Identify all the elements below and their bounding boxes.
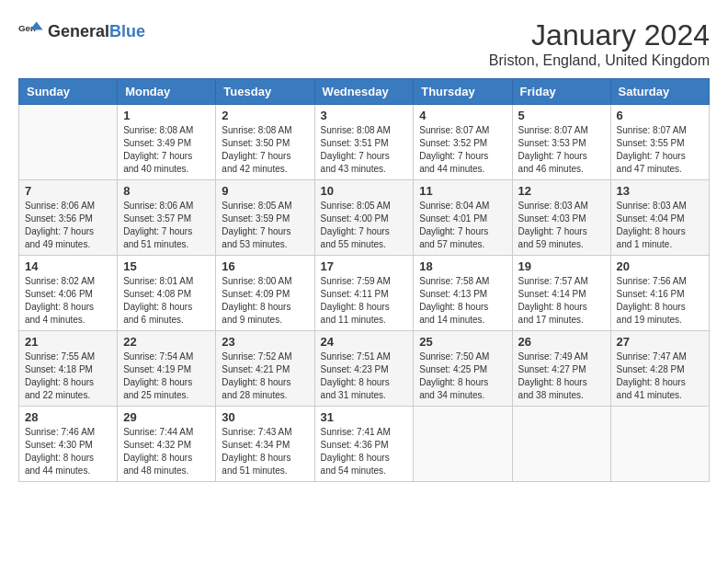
day-number: 2 [222, 109, 308, 122]
day-info: Sunrise: 8:06 AM Sunset: 3:56 PM Dayligh… [25, 200, 111, 251]
calendar-cell: 25Sunrise: 7:50 AM Sunset: 4:25 PM Dayli… [414, 331, 512, 407]
calendar-cell: 13Sunrise: 8:03 AM Sunset: 4:04 PM Dayli… [610, 180, 709, 256]
calendar-cell: 1Sunrise: 8:08 AM Sunset: 3:49 PM Daylig… [118, 105, 216, 180]
day-number: 6 [617, 109, 703, 122]
day-number: 8 [123, 184, 210, 198]
calendar-header-row: SundayMondayTuesdayWednesdayThursdayFrid… [19, 79, 710, 105]
day-number: 4 [419, 109, 506, 122]
day-info: Sunrise: 8:08 AM Sunset: 3:49 PM Dayligh… [123, 124, 210, 176]
day-info: Sunrise: 7:56 AM Sunset: 4:16 PM Dayligh… [617, 275, 703, 327]
calendar-cell: 12Sunrise: 8:03 AM Sunset: 4:03 PM Dayli… [512, 180, 610, 256]
location: Briston, England, United Kingdom [489, 52, 710, 69]
day-info: Sunrise: 7:58 AM Sunset: 4:13 PM Dayligh… [419, 275, 506, 327]
day-number: 9 [222, 184, 308, 198]
day-info: Sunrise: 8:07 AM Sunset: 3:52 PM Dayligh… [419, 124, 506, 176]
day-number: 20 [617, 259, 703, 273]
day-number: 5 [518, 109, 605, 122]
title-section: January 2024 Briston, England, United Ki… [489, 18, 710, 69]
calendar-cell: 22Sunrise: 7:54 AM Sunset: 4:19 PM Dayli… [118, 331, 216, 407]
logo-icon: Gen [18, 18, 44, 44]
day-number: 11 [419, 184, 506, 198]
calendar-cell: 5Sunrise: 8:07 AM Sunset: 3:53 PM Daylig… [512, 105, 610, 180]
weekday-header-sunday: Sunday [19, 79, 118, 105]
calendar-cell: 28Sunrise: 7:46 AM Sunset: 4:30 PM Dayli… [19, 407, 118, 482]
day-info: Sunrise: 8:03 AM Sunset: 4:03 PM Dayligh… [518, 200, 605, 251]
day-info: Sunrise: 8:08 AM Sunset: 3:50 PM Dayligh… [222, 124, 308, 176]
day-number: 22 [123, 335, 210, 349]
calendar-cell: 24Sunrise: 7:51 AM Sunset: 4:23 PM Dayli… [314, 331, 414, 407]
calendar-cell: 17Sunrise: 7:59 AM Sunset: 4:11 PM Dayli… [314, 256, 414, 331]
day-number: 15 [123, 259, 210, 273]
day-info: Sunrise: 7:47 AM Sunset: 4:28 PM Dayligh… [617, 350, 703, 402]
day-info: Sunrise: 8:00 AM Sunset: 4:09 PM Dayligh… [222, 275, 308, 327]
day-info: Sunrise: 7:49 AM Sunset: 4:27 PM Dayligh… [518, 350, 605, 402]
calendar-week-row: 21Sunrise: 7:55 AM Sunset: 4:18 PM Dayli… [19, 331, 710, 407]
weekday-header-saturday: Saturday [610, 79, 709, 105]
day-info: Sunrise: 8:07 AM Sunset: 3:55 PM Dayligh… [617, 124, 703, 176]
calendar-cell: 9Sunrise: 8:05 AM Sunset: 3:59 PM Daylig… [216, 180, 314, 256]
day-number: 28 [25, 410, 111, 424]
logo: Gen GeneralBlue [18, 18, 145, 44]
day-info: Sunrise: 8:01 AM Sunset: 4:08 PM Dayligh… [123, 275, 210, 327]
calendar-cell: 30Sunrise: 7:43 AM Sunset: 4:34 PM Dayli… [216, 407, 314, 482]
calendar-cell [512, 407, 610, 482]
day-number: 10 [321, 184, 408, 198]
day-info: Sunrise: 7:59 AM Sunset: 4:11 PM Dayligh… [321, 275, 408, 327]
day-number: 31 [321, 410, 408, 424]
day-info: Sunrise: 7:52 AM Sunset: 4:21 PM Dayligh… [222, 350, 308, 402]
calendar-cell: 8Sunrise: 8:06 AM Sunset: 3:57 PM Daylig… [118, 180, 216, 256]
calendar-cell: 20Sunrise: 7:56 AM Sunset: 4:16 PM Dayli… [610, 256, 709, 331]
day-info: Sunrise: 7:51 AM Sunset: 4:23 PM Dayligh… [321, 350, 408, 402]
day-info: Sunrise: 8:03 AM Sunset: 4:04 PM Dayligh… [617, 200, 703, 251]
day-number: 1 [123, 109, 210, 122]
calendar-cell: 7Sunrise: 8:06 AM Sunset: 3:56 PM Daylig… [19, 180, 118, 256]
calendar-cell: 6Sunrise: 8:07 AM Sunset: 3:55 PM Daylig… [610, 105, 709, 180]
logo-text-general: General [48, 22, 109, 40]
day-number: 23 [222, 335, 308, 349]
weekday-header-thursday: Thursday [414, 79, 512, 105]
day-number: 18 [419, 259, 506, 273]
day-number: 16 [222, 259, 308, 273]
calendar-cell [610, 407, 709, 482]
calendar-cell: 3Sunrise: 8:08 AM Sunset: 3:51 PM Daylig… [314, 105, 414, 180]
day-info: Sunrise: 8:06 AM Sunset: 3:57 PM Dayligh… [123, 200, 210, 251]
day-info: Sunrise: 8:02 AM Sunset: 4:06 PM Dayligh… [25, 275, 111, 327]
day-info: Sunrise: 7:44 AM Sunset: 4:32 PM Dayligh… [123, 426, 210, 477]
weekday-header-friday: Friday [512, 79, 610, 105]
day-info: Sunrise: 7:55 AM Sunset: 4:18 PM Dayligh… [25, 350, 111, 402]
day-number: 3 [321, 109, 408, 122]
calendar-cell: 11Sunrise: 8:04 AM Sunset: 4:01 PM Dayli… [414, 180, 512, 256]
calendar-cell: 15Sunrise: 8:01 AM Sunset: 4:08 PM Dayli… [118, 256, 216, 331]
day-info: Sunrise: 8:07 AM Sunset: 3:53 PM Dayligh… [518, 124, 605, 176]
calendar-cell: 4Sunrise: 8:07 AM Sunset: 3:52 PM Daylig… [414, 105, 512, 180]
day-info: Sunrise: 8:05 AM Sunset: 4:00 PM Dayligh… [321, 200, 408, 251]
calendar-week-row: 28Sunrise: 7:46 AM Sunset: 4:30 PM Dayli… [19, 407, 710, 482]
day-number: 14 [25, 259, 111, 273]
month-title: January 2024 [489, 18, 710, 52]
calendar-cell [19, 105, 118, 180]
day-number: 7 [25, 184, 111, 198]
day-number: 13 [617, 184, 703, 198]
day-number: 17 [321, 259, 408, 273]
day-number: 19 [518, 259, 605, 273]
day-number: 21 [25, 335, 111, 349]
day-info: Sunrise: 7:46 AM Sunset: 4:30 PM Dayligh… [25, 426, 111, 477]
calendar-cell: 31Sunrise: 7:41 AM Sunset: 4:36 PM Dayli… [314, 407, 414, 482]
day-info: Sunrise: 7:43 AM Sunset: 4:34 PM Dayligh… [222, 426, 308, 477]
day-info: Sunrise: 7:50 AM Sunset: 4:25 PM Dayligh… [419, 350, 506, 402]
calendar-cell: 23Sunrise: 7:52 AM Sunset: 4:21 PM Dayli… [216, 331, 314, 407]
calendar-week-row: 14Sunrise: 8:02 AM Sunset: 4:06 PM Dayli… [19, 256, 710, 331]
day-info: Sunrise: 8:04 AM Sunset: 4:01 PM Dayligh… [419, 200, 506, 251]
day-number: 12 [518, 184, 605, 198]
day-info: Sunrise: 8:08 AM Sunset: 3:51 PM Dayligh… [321, 124, 408, 176]
calendar-cell: 14Sunrise: 8:02 AM Sunset: 4:06 PM Dayli… [19, 256, 118, 331]
weekday-header-monday: Monday [118, 79, 216, 105]
day-number: 26 [518, 335, 605, 349]
calendar-cell: 29Sunrise: 7:44 AM Sunset: 4:32 PM Dayli… [118, 407, 216, 482]
calendar-cell: 18Sunrise: 7:58 AM Sunset: 4:13 PM Dayli… [414, 256, 512, 331]
day-number: 25 [419, 335, 506, 349]
day-info: Sunrise: 7:54 AM Sunset: 4:19 PM Dayligh… [123, 350, 210, 402]
page-header: Gen GeneralBlue January 2024 Briston, En… [18, 18, 710, 69]
calendar-cell: 10Sunrise: 8:05 AM Sunset: 4:00 PM Dayli… [314, 180, 414, 256]
day-info: Sunrise: 8:05 AM Sunset: 3:59 PM Dayligh… [222, 200, 308, 251]
